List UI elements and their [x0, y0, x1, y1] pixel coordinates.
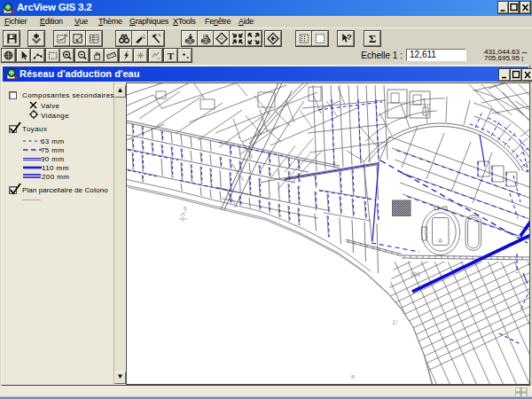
- svg-text:B: B: [184, 206, 187, 211]
- svg-text:?: ?: [347, 33, 352, 42]
- svg-text:Σ: Σ: [369, 32, 377, 45]
- svg-text:999: 999: [411, 271, 420, 278]
- svg-text:B: B: [351, 374, 355, 379]
- svg-text:T: T: [167, 51, 174, 61]
